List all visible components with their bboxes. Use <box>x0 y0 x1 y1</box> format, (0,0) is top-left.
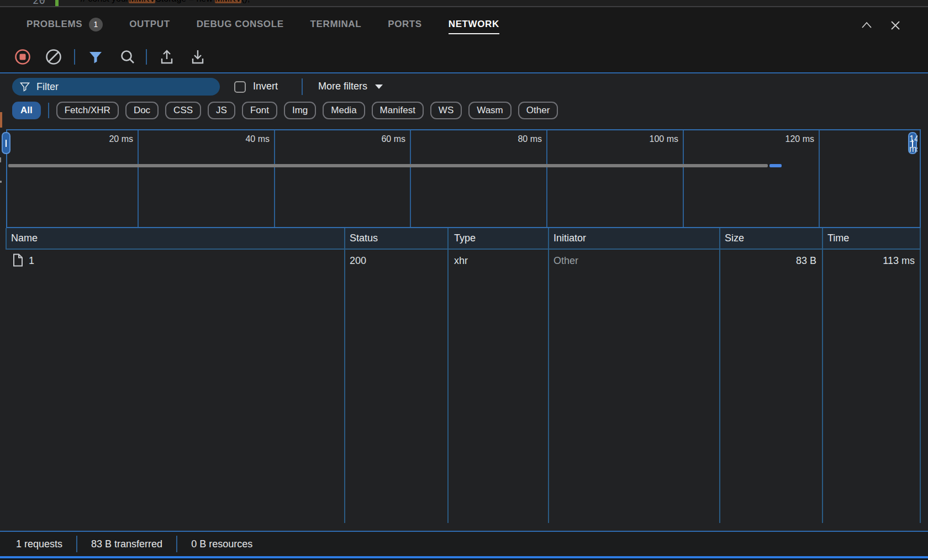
export-har-icon[interactable] <box>189 48 207 66</box>
chip-separator <box>48 103 49 118</box>
network-toolbar <box>0 41 928 72</box>
column-header-initiator[interactable]: Initiator <box>553 233 586 244</box>
toolbar-separator <box>74 49 75 65</box>
tab-ports-label: PORTS <box>388 19 422 30</box>
chip-label: WS <box>439 105 454 116</box>
network-panel: Filter Invert More filters All Fetch/XHR… <box>0 72 928 531</box>
chip-media[interactable]: Media <box>323 102 365 119</box>
resources-size: 0 B resources <box>191 538 252 550</box>
code-text-mid: Storage = new <box>155 0 215 3</box>
network-overview-timeline[interactable]: 20 ms 40 ms 60 ms 80 ms 100 ms 120 ms 14… <box>0 129 928 228</box>
tab-debug-console-label: DEBUG CONSOLE <box>197 19 284 30</box>
chip-label: CSS <box>173 105 193 116</box>
invert-label: Invert <box>253 81 278 92</box>
chip-fetch-xhr[interactable]: Fetch/XHR <box>56 102 119 119</box>
column-divider[interactable] <box>447 228 449 523</box>
timeline-gridline <box>546 130 547 227</box>
requests-table: Name Status Type Initiator Size Time 1 2… <box>0 228 928 523</box>
chip-font[interactable]: Font <box>242 102 277 119</box>
cell-name[interactable]: 1 <box>29 255 34 267</box>
tab-debug-console[interactable]: DEBUG CONSOLE <box>197 13 284 35</box>
table-right-border <box>920 228 921 523</box>
edge-artifact-orange <box>0 112 2 128</box>
column-divider[interactable] <box>822 228 823 523</box>
timeline-tick: 20 ms <box>72 134 133 144</box>
chip-label: Img <box>292 105 308 116</box>
tab-ports[interactable]: PORTS <box>388 13 422 35</box>
column-divider[interactable] <box>548 228 549 523</box>
tab-output-label: OUTPUT <box>129 19 170 30</box>
chip-other[interactable]: Other <box>518 102 558 119</box>
edge-artifact-gray <box>0 157 1 162</box>
cell-size: 83 B <box>719 255 816 267</box>
timeline-gridline <box>819 130 820 227</box>
overview-top-border <box>6 129 921 130</box>
resource-type-filters: All Fetch/XHR Doc CSS JS Font Img Media … <box>12 102 558 119</box>
chip-label: Doc <box>134 105 150 116</box>
maximize-panel-icon[interactable] <box>860 18 874 33</box>
column-divider[interactable] <box>344 228 345 523</box>
timeline-tick-clipped: 140 ms <box>909 134 918 154</box>
panel-tab-bar: PROBLEMS 1 OUTPUT DEBUG CONSOLE TERMINAL… <box>0 7 928 41</box>
chip-label: Media <box>331 105 356 116</box>
cell-time: 113 ms <box>822 255 915 267</box>
timeline-tick: 40 ms <box>209 134 270 144</box>
search-highlight: MMKV <box>129 0 155 3</box>
column-header-type[interactable]: Type <box>454 233 476 244</box>
import-har-icon[interactable] <box>158 48 176 66</box>
tab-terminal-label: TERMINAL <box>310 19 362 30</box>
chip-label: Font <box>250 105 269 116</box>
search-icon[interactable] <box>119 48 136 66</box>
timeline-tick: 60 ms <box>345 134 405 144</box>
more-filters-label: More filters <box>318 81 367 92</box>
chip-js[interactable]: JS <box>208 102 235 119</box>
handle-grip <box>6 140 7 147</box>
network-summary-bar: 1 requests 83 B transferred 0 B resource… <box>0 531 928 556</box>
invert-checkbox[interactable] <box>234 81 246 93</box>
close-panel-icon[interactable] <box>888 18 903 33</box>
column-header-status[interactable]: Status <box>350 233 378 244</box>
chip-all[interactable]: All <box>12 102 41 119</box>
chip-label: Fetch/XHR <box>65 105 110 116</box>
clear-network-log-icon[interactable] <box>45 48 62 66</box>
document-icon <box>13 253 23 267</box>
summary-separator <box>76 536 77 552</box>
chip-doc[interactable]: Doc <box>125 102 159 119</box>
chip-ws[interactable]: WS <box>430 102 462 119</box>
cell-initiator[interactable]: Other <box>553 255 578 267</box>
overview-load-bar <box>8 164 768 167</box>
tab-terminal[interactable]: TERMINAL <box>310 13 362 35</box>
tab-problems[interactable]: PROBLEMS 1 <box>27 12 103 37</box>
funnel-icon <box>19 81 30 92</box>
code-comment-line: // const yourMMKVStorage = new MMKV(); <box>81 0 250 4</box>
editor-code-strip: 20 // const yourMMKVStorage = new MMKV()… <box>0 0 928 6</box>
column-header-name[interactable]: Name <box>11 233 38 244</box>
filter-input[interactable]: Filter <box>12 78 220 96</box>
timeline-tick: 120 ms <box>753 134 814 144</box>
timeline-gridline <box>683 130 684 227</box>
more-filters-dropdown[interactable]: More filters <box>318 81 383 92</box>
filter-placeholder: Filter <box>36 81 59 93</box>
filter-toggle-icon[interactable] <box>87 48 104 66</box>
overview-load-bar-tip <box>769 164 782 167</box>
column-divider[interactable] <box>719 228 720 523</box>
timeline-gridline <box>410 130 411 227</box>
tab-network[interactable]: NETWORK <box>449 13 499 35</box>
record-toggle-icon[interactable] <box>14 48 31 66</box>
chip-label: JS <box>216 105 227 116</box>
transferred-size: 83 B transferred <box>91 538 162 550</box>
code-text-suffix: (); <box>241 0 250 3</box>
overview-left-handle[interactable] <box>2 132 10 154</box>
chip-css[interactable]: CSS <box>165 102 201 119</box>
git-added-gutter <box>55 0 59 6</box>
summary-separator <box>176 536 177 552</box>
chip-wasm[interactable]: Wasm <box>468 102 512 119</box>
filter-separator <box>302 78 303 95</box>
tab-output[interactable]: OUTPUT <box>129 13 170 35</box>
column-header-time[interactable]: Time <box>827 233 849 244</box>
column-header-size[interactable]: Size <box>725 233 744 244</box>
chip-label: Wasm <box>477 105 503 116</box>
code-text-prefix: // const your <box>81 0 129 3</box>
chip-img[interactable]: Img <box>284 102 316 119</box>
chip-manifest[interactable]: Manifest <box>372 102 424 119</box>
